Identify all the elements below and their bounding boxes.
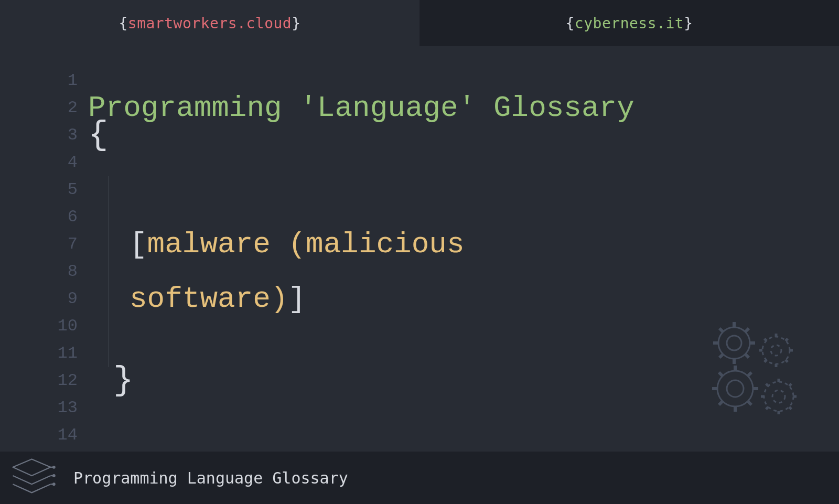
glossary-title: Programming 'Language' Glossary	[88, 94, 839, 122]
tab-cyberness[interactable]: {cyberness.it}	[420, 0, 839, 46]
line-number: 12	[0, 367, 78, 394]
footer-title: Programming Language Glossary	[73, 469, 348, 487]
line-number: 7	[0, 231, 78, 258]
svg-line-28	[748, 401, 751, 405]
svg-line-26	[748, 372, 751, 376]
line-number: 8	[0, 258, 78, 285]
brace-open: {	[119, 15, 127, 32]
indent-guide	[108, 313, 109, 340]
svg-line-36	[789, 383, 792, 386]
svg-point-11	[771, 345, 781, 356]
svg-line-9	[719, 354, 723, 358]
line-number: 9	[0, 285, 78, 313]
line-number: 3	[0, 122, 78, 149]
svg-line-39	[765, 407, 768, 410]
open-brace: {	[88, 122, 839, 149]
svg-line-38	[789, 407, 792, 410]
svg-point-1	[727, 336, 741, 350]
tab-label-right: cyberness.it	[575, 15, 684, 32]
tab-bar: {smartworkers.cloud} {cyberness.it}	[0, 0, 839, 46]
line-number: 5	[0, 176, 78, 203]
svg-line-37	[765, 383, 768, 386]
line-number: 13	[0, 394, 78, 422]
close-bracket: ]	[288, 285, 306, 313]
brace-open: {	[565, 15, 574, 32]
gears-icon	[703, 318, 808, 423]
svg-line-19	[763, 360, 767, 363]
tab-label-left: smartworkers.cloud	[128, 15, 292, 32]
svg-line-29	[719, 401, 723, 405]
line-number: 2	[0, 94, 78, 122]
open-bracket: [	[130, 231, 147, 258]
line-number: 10	[0, 313, 78, 340]
svg-line-16	[786, 338, 789, 341]
svg-line-7	[719, 328, 723, 332]
brace-close: }	[292, 15, 300, 32]
svg-line-17	[763, 338, 767, 341]
indent-guide	[108, 176, 109, 203]
svg-line-6	[745, 328, 749, 332]
svg-line-18	[786, 360, 789, 363]
svg-marker-40	[13, 459, 51, 476]
line-number: 14	[0, 422, 78, 449]
term-text: malware (malicious	[147, 231, 465, 258]
tab-smartworkers[interactable]: {smartworkers.cloud}	[0, 0, 420, 46]
line-number: 11	[0, 340, 78, 367]
line-number: 4	[0, 149, 78, 176]
indent-guide	[108, 231, 109, 258]
indent-guide	[108, 285, 109, 313]
line-number: 6	[0, 203, 78, 231]
line-gutter: 1 2 3 4 5 6 7 8 9 10 11 12 13 14	[0, 67, 88, 450]
svg-point-31	[772, 390, 785, 403]
svg-line-27	[719, 372, 723, 376]
line-number: 1	[0, 67, 78, 94]
status-bar: Programming Language Glossary	[0, 452, 839, 504]
brace-close: }	[684, 15, 693, 32]
indent-guide	[108, 258, 109, 285]
svg-point-21	[727, 380, 744, 397]
svg-point-20	[717, 371, 753, 406]
svg-point-30	[764, 382, 793, 411]
layers-icon	[10, 457, 58, 499]
term-text: software)	[130, 285, 288, 313]
indent-guide	[108, 340, 109, 367]
svg-line-8	[745, 354, 749, 358]
indent-guide	[108, 203, 109, 231]
